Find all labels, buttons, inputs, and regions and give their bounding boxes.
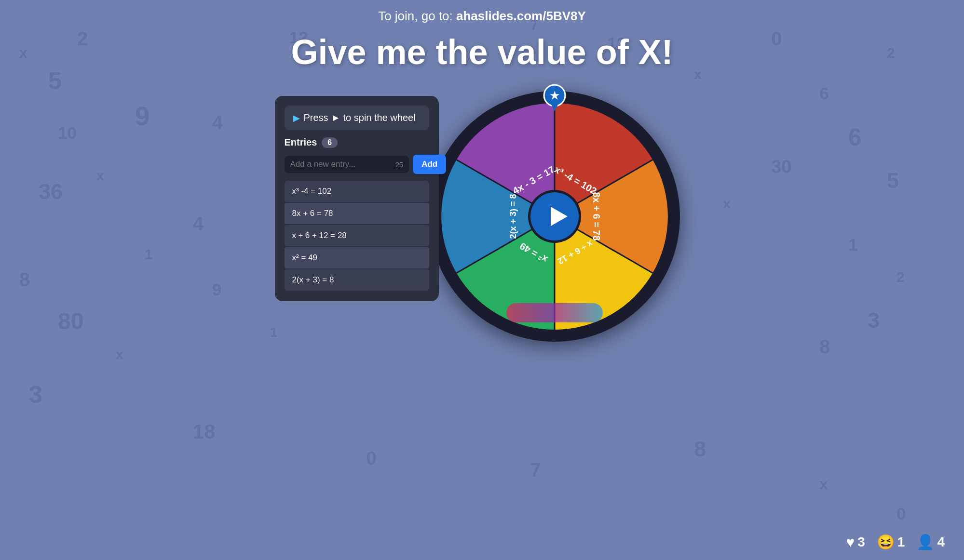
join-url: ahaslides.com/5BV8Y [456,9,586,23]
play-icon: ▶ [293,113,300,123]
list-item[interactable]: x² = 49 [285,247,429,268]
rainbow-bar [506,303,603,322]
list-item[interactable]: 8x + 6 = 78 [285,203,429,224]
add-button[interactable]: Add [413,155,446,174]
laugh-icon: 😆 [877,533,895,550]
main-container: To join, go to: ahaslides.com/5BV8Y Give… [0,0,964,560]
char-count: 25 [395,160,404,169]
content-area: ▶ Press ► to spin the wheel Entries 6 25… [0,86,964,351]
people-icon: 👤 [916,533,934,550]
svg-text:★: ★ [550,90,560,102]
add-entry-input-wrap: 25 [285,156,409,173]
svg-text:8x + 6 = 78: 8x + 6 = 78 [591,192,602,240]
hearts-icon: ♥ [846,534,855,550]
laugh-count: 1 [897,534,905,550]
people-stat: 👤 4 [916,533,945,550]
svg-text:2(x + 3) = 8: 2(x + 3) = 8 [508,194,518,239]
join-text: To join, go to: [378,9,456,23]
add-entry-input[interactable] [290,160,393,169]
bottom-bar: ♥ 3 😆 1 👤 4 [846,533,945,550]
wheel-svg: x³ -4 = 102 8x + 6 = 78 x ÷ 6 + 12 x² = … [436,98,673,334]
entries-count: 6 [322,137,338,148]
entries-header: Entries 6 [285,137,429,148]
spin-prompt-text: Press ► to spin the wheel [304,112,416,123]
add-entry-row: 25 Add [285,155,429,174]
svg-marker-2 [551,104,558,111]
list-item[interactable]: x³ -4 = 102 [285,181,429,202]
people-count: 4 [937,534,945,550]
hearts-count: 3 [857,534,865,550]
slide-title: Give me the value of X! [291,32,673,72]
entries-label: Entries [285,137,317,148]
entries-list: x³ -4 = 1028x + 6 = 78x ÷ 6 + 12 = 28x² … [285,181,429,292]
laugh-stat: 😆 1 [877,533,905,550]
list-item[interactable]: 2(x + 3) = 8 [285,269,429,291]
spin-prompt: ▶ Press ► to spin the wheel [285,106,429,130]
hearts-stat: ♥ 3 [846,534,865,550]
left-panel: ▶ Press ► to spin the wheel Entries 6 25… [275,96,439,301]
top-bar: To join, go to: ahaslides.com/5BV8Y [0,0,964,27]
wheel-pointer: ★ [543,83,567,112]
wheel-area: ★ [420,81,690,351]
list-item[interactable]: x ÷ 6 + 12 = 28 [285,225,429,246]
